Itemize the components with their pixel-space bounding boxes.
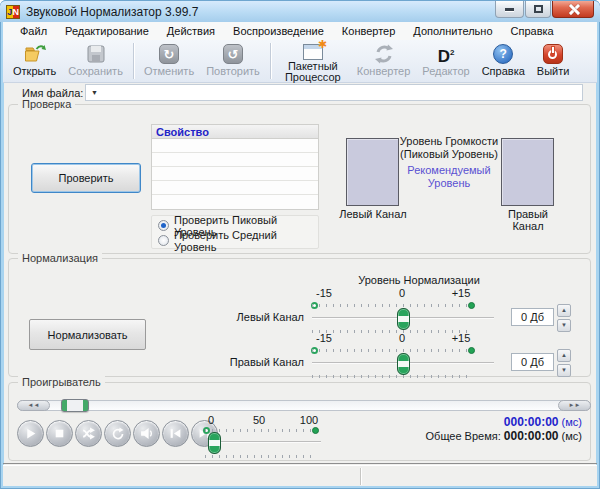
statusbar-cell-divider bbox=[360, 468, 361, 485]
minimize-icon bbox=[505, 8, 514, 11]
redo-icon: ↺ bbox=[223, 44, 243, 64]
file-name-combobox[interactable]: ▼ bbox=[85, 84, 583, 101]
spin-up-button[interactable]: ▲ bbox=[557, 304, 571, 317]
previous-button[interactable] bbox=[162, 420, 189, 447]
converter-icon bbox=[372, 42, 396, 66]
radio-average-label: Проверить Средний Уровень bbox=[174, 229, 318, 253]
radio-check-average[interactable]: Проверить Средний Уровень bbox=[158, 233, 318, 248]
spin-down-button[interactable]: ▼ bbox=[557, 319, 571, 332]
table-row bbox=[152, 139, 318, 153]
batch-processor-button[interactable]: ✱ Пакетный Процессор bbox=[275, 42, 351, 83]
app-logo-icon: J N bbox=[6, 5, 20, 19]
radio-unselected-icon[interactable] bbox=[158, 235, 169, 246]
tick-marks bbox=[312, 349, 473, 352]
close-button[interactable] bbox=[552, 1, 594, 18]
table-row bbox=[152, 195, 318, 209]
save-floppy-icon bbox=[84, 42, 108, 66]
undo-label: Отменить bbox=[144, 66, 194, 77]
help-button[interactable]: ? Справка bbox=[476, 42, 531, 77]
menu-item-edit[interactable]: Редактирование bbox=[56, 22, 158, 40]
right-channel-label: Правый Канал bbox=[493, 208, 563, 232]
speaker-icon bbox=[140, 427, 154, 440]
property-table-header[interactable]: Свойство bbox=[152, 125, 318, 139]
toolbar-separator bbox=[133, 43, 134, 79]
level-title-line2: (Пиковый Уровень) bbox=[394, 148, 504, 161]
volume-button[interactable] bbox=[133, 420, 160, 447]
repeat-button[interactable] bbox=[104, 420, 131, 447]
exit-button[interactable]: Выйти bbox=[531, 42, 576, 77]
converter-label: Конвертер bbox=[357, 66, 410, 77]
check-group-title: Проверка bbox=[18, 98, 75, 110]
spin-down-button[interactable]: ▼ bbox=[557, 364, 571, 377]
recommended-level-link[interactable]: Рекомендуемый Уровень bbox=[394, 164, 504, 190]
player-group: Проигрыватель ◄◄ ►► bbox=[8, 382, 591, 461]
stop-button[interactable] bbox=[46, 420, 73, 447]
maximize-icon bbox=[534, 5, 543, 13]
window-controls bbox=[495, 1, 594, 18]
chevron-down-icon[interactable]: ▼ bbox=[91, 86, 98, 100]
left-slider-thumb[interactable] bbox=[397, 308, 410, 330]
help-label: Справка bbox=[482, 66, 525, 77]
left-db-field[interactable]: 0 Дб bbox=[511, 308, 554, 326]
player-group-title: Проигрыватель bbox=[18, 376, 105, 388]
title-bar: J N Звуковой Нормализатор 3.99.7 bbox=[0, 0, 600, 22]
right-slider-thumb[interactable] bbox=[397, 353, 410, 375]
seek-back-button[interactable]: ◄◄ bbox=[17, 400, 50, 411]
open-label: Открыть bbox=[13, 66, 56, 77]
editor-icon: D2 bbox=[438, 44, 455, 65]
property-table: Свойство bbox=[151, 124, 319, 210]
open-folder-icon bbox=[23, 42, 47, 66]
menu-item-converter[interactable]: Конвертер bbox=[333, 22, 404, 40]
normalize-button[interactable]: Нормализовать bbox=[29, 319, 146, 350]
logo-right-letter: N bbox=[13, 6, 20, 18]
current-time-unit: (мс) bbox=[559, 416, 582, 428]
radio-selected-icon[interactable] bbox=[158, 220, 169, 231]
open-button[interactable]: Открыть bbox=[7, 42, 62, 77]
shuffle-icon bbox=[82, 427, 96, 440]
right-db-field[interactable]: 0 Дб bbox=[511, 353, 554, 371]
seek-thumb[interactable] bbox=[61, 399, 89, 412]
batch-processor-icon: ✱ bbox=[303, 44, 323, 60]
current-time-row: 000:00:00 (мс) bbox=[426, 415, 582, 429]
save-button: Сохранить bbox=[62, 42, 129, 77]
menu-item-actions[interactable]: Действия bbox=[158, 22, 224, 40]
menu-item-help[interactable]: Справка bbox=[502, 22, 563, 40]
volume-track[interactable] bbox=[211, 441, 321, 443]
undo-button: ↻ Отменить bbox=[138, 42, 200, 77]
check-group: Проверка Проверить Свойство Проверить Пи… bbox=[8, 104, 591, 254]
table-row bbox=[152, 167, 318, 181]
normalize-group: Нормализация Нормализовать Уровень Норма… bbox=[8, 258, 591, 377]
right-channel-meter bbox=[501, 138, 554, 206]
shuffle-button[interactable] bbox=[75, 420, 102, 447]
menu-item-extra[interactable]: Дополнительно bbox=[404, 22, 501, 40]
seek-bar[interactable] bbox=[17, 400, 591, 411]
stop-icon bbox=[53, 427, 66, 440]
check-mode-panel: Проверить Пиковый Уровень Проверить Сред… bbox=[151, 215, 319, 249]
maximize-button[interactable] bbox=[525, 1, 551, 18]
power-icon bbox=[543, 44, 563, 64]
minimize-button[interactable] bbox=[495, 1, 524, 18]
scale-max-label: +15 bbox=[452, 287, 471, 299]
play-button[interactable] bbox=[17, 420, 44, 447]
volume-thumb[interactable] bbox=[208, 432, 221, 454]
seek-forward-button[interactable]: ►► bbox=[558, 400, 591, 411]
table-row bbox=[152, 153, 318, 167]
tick-marks bbox=[205, 429, 317, 432]
redo-button: ↺ Повторить bbox=[200, 42, 266, 77]
spin-up-button[interactable]: ▲ bbox=[557, 349, 571, 362]
scale-min-label: -15 bbox=[316, 287, 332, 299]
status-bar bbox=[3, 465, 597, 486]
menu-item-playback[interactable]: Воспроизведение bbox=[224, 22, 333, 40]
undo-icon: ↻ bbox=[159, 44, 179, 64]
volume-max-label: 100 bbox=[300, 414, 318, 426]
menu-item-file[interactable]: Файл bbox=[11, 22, 56, 40]
check-button[interactable]: Проверить bbox=[31, 163, 141, 193]
right-channel-label: Правый Канал bbox=[214, 356, 304, 368]
app-window: J N Звуковой Нормализатор 3.99.7 Файл Ре… bbox=[0, 0, 600, 489]
volume-mid-label: 50 bbox=[253, 414, 265, 426]
close-icon bbox=[568, 4, 579, 15]
toolbar: Открыть Сохранить ↻ Отменить ↺ Повторить bbox=[3, 40, 597, 83]
tick-marks bbox=[205, 455, 317, 458]
left-channel-meter bbox=[346, 138, 399, 206]
menu-bar: Файл Редактирование Действия Воспроизвед… bbox=[3, 22, 597, 40]
